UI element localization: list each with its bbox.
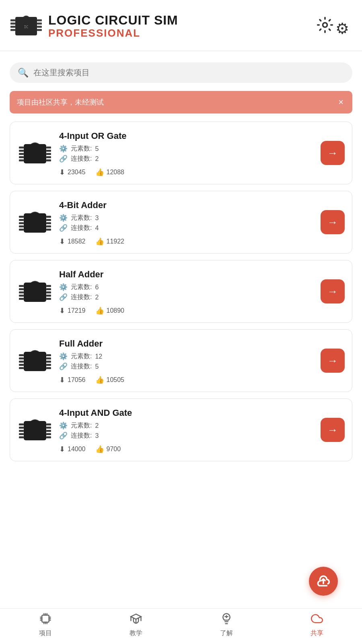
svg-rect-41 <box>46 291 51 293</box>
svg-rect-54 <box>46 367 51 369</box>
like-stat: 👍 10505 <box>95 376 125 384</box>
svg-rect-58 <box>19 430 24 432</box>
download-icon: ⬇ <box>59 168 65 177</box>
card-stats: ⬇ 18582 👍 11922 <box>59 237 345 246</box>
card-arrow-button[interactable]: → <box>321 418 345 442</box>
svg-rect-3 <box>10 26 15 28</box>
connections-icon: 🔗 <box>59 362 68 371</box>
card-arrow-button[interactable]: → <box>321 349 345 373</box>
elements-icon: ⚙️ <box>59 144 68 153</box>
download-icon: ⬇ <box>59 237 65 246</box>
svg-rect-43 <box>46 298 51 300</box>
svg-rect-13 <box>19 150 24 152</box>
elements-icon: ⚙️ <box>59 214 68 222</box>
card-title: 4-Input OR Gate <box>59 131 345 141</box>
svg-rect-42 <box>46 295 51 297</box>
svg-rect-20 <box>46 156 51 158</box>
chip-thumbnail <box>17 205 53 241</box>
elements-value: 6 <box>95 284 99 291</box>
svg-rect-5 <box>37 19 42 21</box>
like-stat: 👍 10890 <box>95 306 125 315</box>
elements-value: 3 <box>95 215 99 222</box>
education-nav-icon <box>130 613 142 627</box>
card-stats: ⬇ 23045 👍 12088 <box>59 168 345 177</box>
download-count: 14000 <box>68 446 86 453</box>
connections-value: 5 <box>95 363 99 370</box>
elements-icon: ⚙️ <box>59 352 68 361</box>
download-icon: ⬇ <box>59 445 65 454</box>
elements-value: 5 <box>95 145 99 153</box>
download-icon: ⬇ <box>59 306 65 315</box>
card-item: 4-Bit Adder ⚙️ 元素数: 3 🔗 连接数: 4 ⬇ 18582 <box>10 191 352 254</box>
nav-label-项目: 项目 <box>39 629 52 638</box>
connections-value: 2 <box>95 294 99 301</box>
svg-rect-17 <box>46 147 51 149</box>
svg-rect-49 <box>19 367 24 369</box>
card-info: 4-Bit Adder ⚙️ 元素数: 3 🔗 连接数: 4 ⬇ 18582 <box>59 200 345 246</box>
card-item: Full Adder ⚙️ 元素数: 12 🔗 连接数: 5 ⬇ 17056 <box>10 329 352 392</box>
svg-rect-36 <box>19 291 24 293</box>
svg-rect-35 <box>19 288 24 290</box>
download-stat: ⬇ 17219 <box>59 306 86 315</box>
connections-icon: 🔗 <box>59 431 68 440</box>
elements-label: 元素数: <box>71 421 92 430</box>
chip-thumbnail <box>17 413 53 448</box>
svg-rect-47 <box>19 361 24 363</box>
svg-rect-63 <box>46 430 51 432</box>
svg-rect-33 <box>24 283 46 302</box>
svg-rect-57 <box>19 427 24 429</box>
download-stat: ⬇ 14000 <box>59 445 86 454</box>
chip-thumbnail <box>17 275 53 310</box>
upload-fab-button[interactable] <box>309 567 338 596</box>
search-icon: 🔍 <box>18 68 29 77</box>
card-connections-row: 🔗 连接数: 2 <box>59 155 345 163</box>
connections-icon: 🔗 <box>59 155 68 163</box>
like-icon: 👍 <box>95 237 104 246</box>
search-box: 🔍 <box>10 62 352 83</box>
connections-label: 连接数: <box>71 431 92 440</box>
card-connections-row: 🔗 连接数: 2 <box>59 293 345 301</box>
nav-item-教学[interactable]: 教学 <box>120 613 152 638</box>
elements-icon: ⚙️ <box>59 421 68 430</box>
svg-rect-24 <box>19 219 24 221</box>
card-info: Half Adder ⚙️ 元素数: 6 🔗 连接数: 2 ⬇ 17219 <box>59 269 345 315</box>
svg-rect-34 <box>19 285 24 287</box>
svg-rect-52 <box>46 361 51 363</box>
svg-rect-45 <box>19 354 24 356</box>
search-input[interactable] <box>33 68 344 77</box>
community-banner: 项目由社区共享，未经测试 × <box>10 91 352 114</box>
svg-rect-2 <box>10 23 15 25</box>
header: IC LOGIC CIRCUIT SIM PROFESSIONAL ⚙ <box>0 0 362 51</box>
settings-button[interactable]: ⚙ <box>313 13 352 39</box>
logo-text: LOGIC CIRCUIT SIM PROFESSIONAL <box>48 13 178 39</box>
logo-area: IC LOGIC CIRCUIT SIM PROFESSIONAL <box>8 8 178 44</box>
svg-rect-48 <box>19 364 24 366</box>
card-arrow-button[interactable]: → <box>321 279 345 303</box>
gear-icon-unicode: ⚙ <box>335 20 349 37</box>
nav-item-共享[interactable]: 共享 <box>301 613 333 638</box>
svg-rect-23 <box>19 216 24 218</box>
svg-rect-46 <box>19 357 24 359</box>
svg-rect-11 <box>24 144 46 163</box>
card-connections-row: 🔗 连接数: 3 <box>59 431 345 440</box>
banner-close-button[interactable]: × <box>337 98 345 107</box>
nav-item-项目[interactable]: 项目 <box>29 613 62 638</box>
card-info: Full Adder ⚙️ 元素数: 12 🔗 连接数: 5 ⬇ 17056 <box>59 339 345 384</box>
svg-rect-65 <box>46 436 51 438</box>
connections-value: 3 <box>95 432 99 440</box>
nav-item-了解[interactable]: 了解 <box>210 613 243 638</box>
card-arrow-button[interactable]: → <box>321 210 345 234</box>
card-arrow-button[interactable]: → <box>321 141 345 165</box>
svg-rect-15 <box>19 156 24 158</box>
bulb-nav-icon <box>220 613 232 627</box>
like-count: 10505 <box>107 376 125 384</box>
svg-text:IC: IC <box>24 25 29 29</box>
card-item: 4-Input OR Gate ⚙️ 元素数: 5 🔗 连接数: 2 ⬇ 230… <box>10 122 352 184</box>
svg-rect-25 <box>19 222 24 224</box>
card-stats: ⬇ 14000 👍 9700 <box>59 445 345 454</box>
nav-label-教学: 教学 <box>130 629 142 638</box>
card-title: 4-Input AND Gate <box>59 408 345 418</box>
logo-chip-icon: IC <box>8 8 44 44</box>
cloud-upload-icon <box>317 574 330 588</box>
elements-label: 元素数: <box>71 283 92 291</box>
